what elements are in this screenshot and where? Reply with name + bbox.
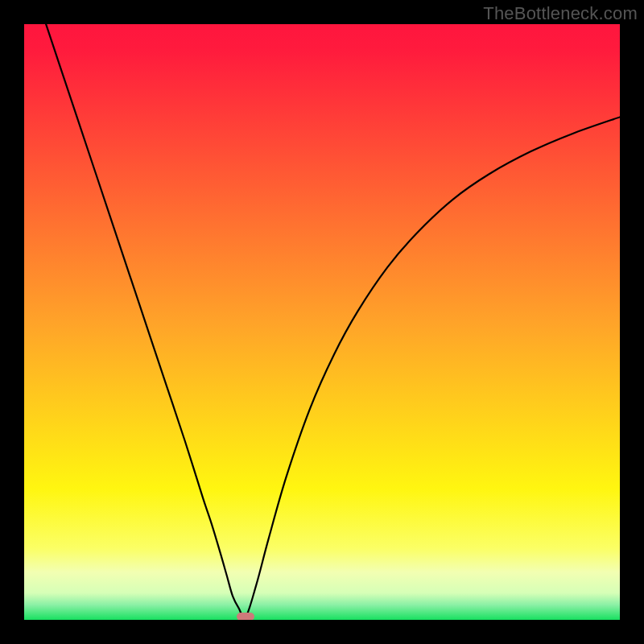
chart-svg — [24, 24, 620, 620]
plot-area — [24, 24, 620, 620]
watermark-text: TheBottleneck.com — [483, 3, 638, 24]
chart-frame: TheBottleneck.com — [0, 0, 644, 644]
gradient-rect — [24, 24, 620, 620]
minimum-marker — [237, 613, 254, 620]
